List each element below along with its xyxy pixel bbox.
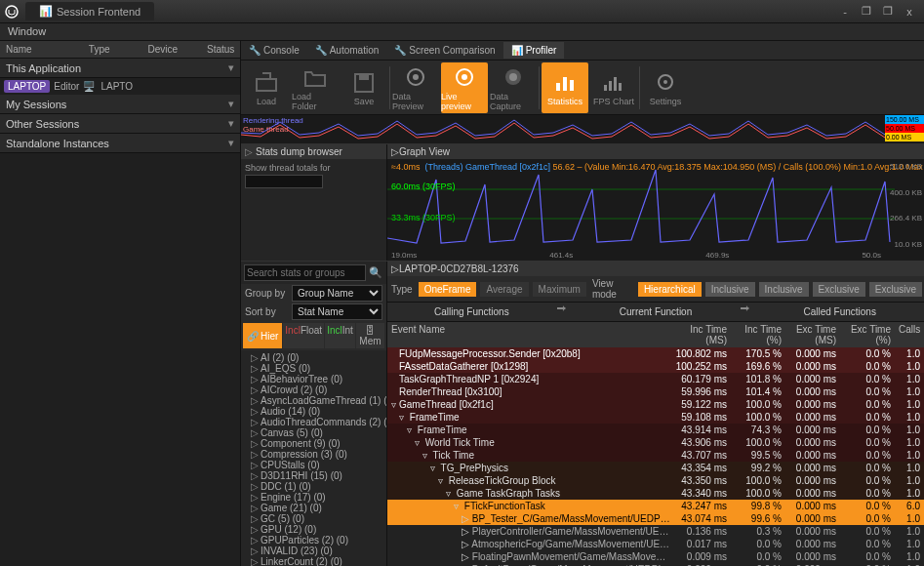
other-sessions[interactable]: Other Sessions▾ [0,114,240,134]
tree-item[interactable]: ▷D3D11RHI (15) (0) [243,470,384,481]
btn-average[interactable]: Average [480,282,528,297]
standalone[interactable]: Standalone Instances▾ [0,134,240,153]
tree-item[interactable]: ▷Game (21) (0) [243,503,384,513]
tree-item[interactable]: ▷GPUParticles (2) (0) [243,535,384,546]
app-row[interactable]: LAPTOP Editor 🖥️ LAPTO [0,78,240,95]
tree-item[interactable]: ▷AICrowd (2) (0) [243,384,384,395]
tree-item[interactable]: ▷DDC (1) (0) [243,481,384,492]
btn-vm-exc2[interactable]: Exclusive [869,282,922,297]
tree-item[interactable]: ▷Audio (14) (0) [243,406,384,417]
table-row[interactable]: ▿GameThread [0x2f1c]59.122 ms100.0 %0.00… [387,398,924,411]
svg-rect-9 [556,83,560,91]
tree-item[interactable]: ▷Component (9) (0) [243,438,384,449]
btn-vm-exc[interactable]: Exclusive [813,282,865,297]
toolbar: Load Load Folder Save Data Preview Live … [241,61,924,115]
tool-datacapture[interactable]: Data Capture [490,62,537,113]
tool-loadfolder[interactable]: Load Folder [292,62,339,113]
btn-mem[interactable]: 🗄Mem [356,323,384,348]
tab-profiler[interactable]: 📊Profiler [503,42,565,59]
restore-button[interactable]: ❐ [878,4,898,20]
table-row[interactable]: ▿ World Tick Time43.906 ms100.0 %0.000 m… [387,436,924,449]
svg-rect-2 [359,74,369,80]
col-called: Called Functions [755,303,924,321]
tree-item[interactable]: ▷AI_EQS (0) [243,363,384,374]
table-row[interactable]: FUdpMessageProcessor.Sender [0x20b8]100.… [387,347,924,360]
stats-tree[interactable]: ▷AI (2) (0)▷AI_EQS (0)▷AIBehaviorTree (0… [241,350,386,566]
my-sessions[interactable]: My Sessions▾ [0,95,240,114]
tool-fpschart[interactable]: FPS Chart [590,62,637,113]
tree-item[interactable]: ▷Compression (3) (0) [243,449,384,460]
btn-float[interactable]: InclFloat [283,323,324,348]
btn-hier[interactable]: 🔗Hier [243,323,282,348]
wrench-icon: 🔧 [394,45,406,56]
timeline-legend: 150.00 MS50.00 MS0.00 MS [885,115,924,142]
tree-item[interactable]: ▷AudioThreadCommands (2) (0) [243,417,384,427]
table-row[interactable]: ▿ Game TaskGraph Tasks43.340 ms100.0 %0.… [387,487,924,500]
table-row[interactable]: ▷ FloatingPawnMovement/Game/MassMovement… [387,550,924,563]
profiler-pane: ▷LAPTOP-0CD27B8L-12376 Type OneFrame Ave… [387,262,924,566]
close-button[interactable]: x [900,4,919,20]
table-row[interactable]: ▿ FTickFunctionTask43.247 ms99.8 %0.000 … [387,500,924,512]
table-row[interactable]: ▿ FrameTime59.108 ms100.0 %0.000 ms0.0 %… [387,411,924,424]
tree-item[interactable]: ▷GPU (12) (0) [243,524,384,535]
btn-int[interactable]: InclInt [325,323,355,348]
table-row[interactable]: ▿ ReleaseTickGroup Block43.350 ms100.0 %… [387,474,924,487]
chart-icon: 📊 [511,45,523,56]
tool-load[interactable]: Load [243,62,290,113]
tree-item[interactable]: ▷AsyncLoadGameThread (1) (0) [243,395,384,406]
tree-item[interactable]: ▷Engine (17) (0) [243,492,384,503]
event-table[interactable]: Event Name Inc Time (MS) Inc Time (%) Ex… [387,322,924,566]
timeline[interactable]: Rendering thread Game thread 150.00 MS50… [241,115,924,144]
table-row[interactable]: ▷ BP_Tester_C/Game/MassMovement/UEDPIE_0… [387,512,924,525]
groupby-select[interactable]: Group Name [292,285,382,302]
tab-screencompare[interactable]: 🔧Screen Comparison [386,42,502,59]
tree-item[interactable]: ▷GC (5) (0) [243,513,384,524]
tool-save[interactable]: Save [341,62,387,113]
svg-rect-13 [609,81,612,91]
this-app-header[interactable]: This Application▾ [0,59,240,78]
session-columns: NameTypeDeviceStatus [0,41,240,59]
tree-item[interactable]: ▷CPUStalls (0) [243,460,384,470]
table-row[interactable]: ▷ AtmosphericFog/Game/MassMovement/UEDPI… [387,538,924,550]
tree-item[interactable]: ▷INVALID (23) (0) [243,546,384,556]
tree-item[interactable]: ▷AIBehaviorTree (0) [243,374,384,384]
ue-logo [4,4,20,20]
tool-livepreview[interactable]: Live preview [441,62,488,113]
table-row[interactable]: ▿ FrameTime43.914 ms74.3 %0.000 ms0.0 %1… [387,424,924,436]
table-row[interactable]: FAssetDataGatherer [0x1298]100.252 ms169… [387,360,924,373]
table-row[interactable]: TaskGraphThreadNP 1 [0x2924]60.179 ms101… [387,373,924,385]
table-row[interactable]: ▿ TG_PrePhysics43.354 ms99.2 %0.000 ms0.… [387,462,924,474]
tree-item[interactable]: ▷AI (2) (0) [243,352,384,363]
svg-point-6 [462,74,467,80]
btn-oneframe[interactable]: OneFrame [419,282,477,297]
stats-dump-header[interactable]: ▷Stats dump browser [241,144,386,159]
tab-automation[interactable]: 🔧Automation [307,42,387,59]
tab-console[interactable]: 🔧Console [241,42,307,59]
tool-statistics[interactable]: Statistics [542,62,588,113]
btn-vm-inc[interactable]: Inclusive [705,282,755,297]
tool-settings[interactable]: Settings [642,62,689,113]
menubar[interactable]: Window [0,23,924,41]
search-input[interactable] [244,264,366,281]
svg-point-4 [413,74,419,80]
tree-item[interactable]: ▷Canvas (5) (0) [243,427,384,438]
btn-maximum[interactable]: Maximum [533,282,586,297]
thread-totals-input[interactable] [245,175,323,188]
chart-icon: 📊 [39,5,53,18]
session-tab[interactable]: 📊Session Frontend [25,2,154,20]
editor-icon: 🖥️ [83,81,95,92]
sortby-select[interactable]: Stat Name [292,303,382,320]
maximize-button[interactable]: ❐ [857,4,876,20]
tool-datapreview[interactable]: Data Preview [392,62,439,113]
svg-rect-11 [570,80,574,91]
table-row[interactable]: ▷ PlayerController/Game/MassMovement/UED… [387,525,924,538]
table-row[interactable]: ▿ Tick Time43.707 ms99.5 %0.000 ms0.0 %1… [387,449,924,462]
table-row[interactable]: RenderThread [0x3100]59.996 ms101.4 %0.0… [387,385,924,398]
graph-view[interactable]: ▷Graph View ≈4.0ms (Threads) GameThread … [387,144,924,261]
tree-item[interactable]: ▷LinkerCount (2) (0) [243,556,384,566]
minimize-button[interactable]: - [835,4,855,20]
btn-vm-inc2[interactable]: Inclusive [759,282,809,297]
svg-rect-10 [563,77,567,91]
svg-rect-15 [619,83,622,91]
btn-vm-hier[interactable]: Hierarchical [638,282,702,297]
